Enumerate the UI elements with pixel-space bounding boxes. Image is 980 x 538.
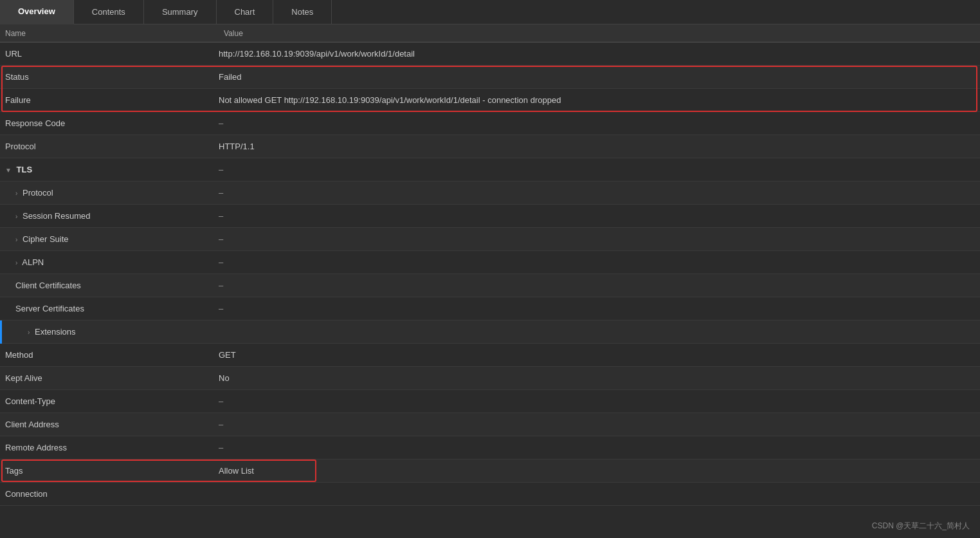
column-value-header: Value [224,29,243,38]
table-row[interactable]: › Cipher Suite – [0,228,980,251]
blue-accent-bar [0,320,2,344]
tab-contents[interactable]: Contents [74,0,144,24]
extensions-row[interactable]: › Extensions [0,320,980,344]
table-row[interactable]: Kept Alive No [0,367,980,390]
table-body: URL http://192.168.10.19:9039/api/v1/wor… [0,42,980,506]
table-row[interactable]: Protocol HTTP/1.1 [0,135,980,158]
table-row[interactable]: Client Address – [0,413,980,436]
table-row[interactable]: Method GET [0,344,980,367]
tab-chart[interactable]: Chart [217,0,274,24]
table-row[interactable]: › Protocol – [0,181,980,205]
status-failure-group: Status Failed Failure Not allowed GET ht… [0,66,980,112]
watermark: CSDN @天草二十六_简村人 [872,521,970,532]
table-row[interactable]: › Session Resumed – [0,205,980,228]
tab-summary[interactable]: Summary [144,0,217,24]
chevron-expand-icon: › [15,236,17,243]
table-row[interactable]: Response Code – [0,112,980,135]
chevron-expand-icon: › [28,329,30,336]
table-row[interactable]: Content-Type – [0,390,980,413]
tags-row[interactable]: Tags Allow List [0,459,980,483]
table-row[interactable]: Connection [0,483,980,506]
tab-overview[interactable]: Overview [0,0,74,24]
chevron-expand-icon: › [15,259,17,266]
tab-notes[interactable]: Notes [273,0,332,24]
tls-section-header[interactable]: ▼ TLS – [0,158,980,181]
tab-bar: Overview Contents Summary Chart Notes [0,0,980,24]
table-row[interactable]: Client Certificates – [0,274,980,297]
chevron-expand-icon: › [15,190,17,197]
table-row[interactable]: Remote Address – [0,436,980,459]
column-header: Name Value [0,24,980,42]
chevron-expand-icon: › [15,213,17,220]
table-row[interactable]: Status Failed [0,66,980,89]
table-row[interactable]: Server Certificates – [0,297,980,320]
table-row[interactable]: Failure Not allowed GET http://192.168.1… [0,89,980,112]
chevron-collapse-icon: ▼ [5,167,12,174]
table-row[interactable]: › ALPN – [0,251,980,274]
column-name-header: Name [5,29,224,38]
table-row[interactable]: URL http://192.168.10.19:9039/api/v1/wor… [0,42,980,66]
